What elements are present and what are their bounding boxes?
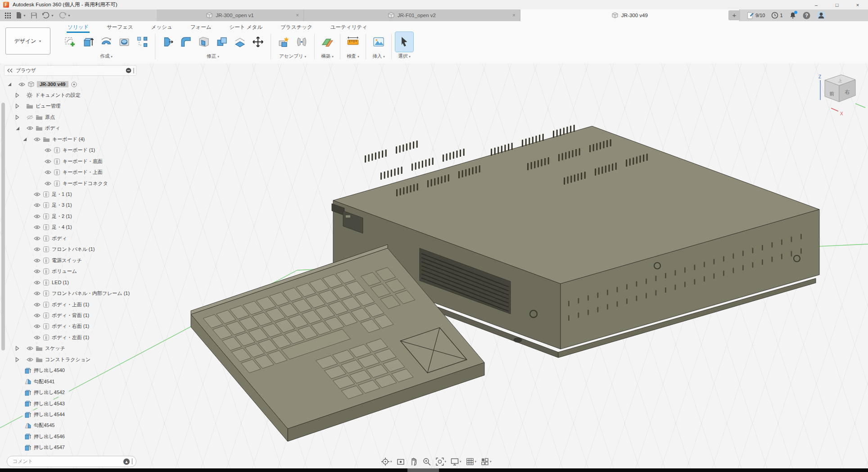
browser-row[interactable]: スケッチ xyxy=(0,344,69,354)
ribbon-tab[interactable]: ソリッド xyxy=(67,23,90,32)
visibility-eye-icon[interactable] xyxy=(27,126,33,131)
visibility-eye-icon[interactable] xyxy=(34,214,41,219)
feature-row[interactable]: 押し出し4546 xyxy=(0,431,69,441)
collapse-triangle-icon[interactable] xyxy=(23,137,28,141)
viewports-tool[interactable]: ▾ xyxy=(480,457,492,466)
expand-triangle-icon[interactable] xyxy=(15,104,21,109)
fillet-tool[interactable] xyxy=(177,32,195,52)
browser-row[interactable]: キーボード・底面 xyxy=(0,156,107,166)
collapse-panel-icon[interactable] xyxy=(7,68,13,73)
expand-triangle-icon[interactable] xyxy=(15,357,21,362)
browser-row[interactable]: キーボード (4) xyxy=(0,134,89,144)
ribbon-group-label[interactable]: 構築 ▾ xyxy=(318,52,336,61)
browser-row[interactable]: 原点 xyxy=(0,112,59,122)
collapse-triangle-icon[interactable] xyxy=(15,126,21,131)
hole-tool[interactable] xyxy=(115,32,133,52)
new-component-tool[interactable] xyxy=(275,32,293,52)
visibility-eye-icon[interactable] xyxy=(34,258,41,263)
browser-row[interactable]: ボディ xyxy=(0,123,64,133)
feature-row[interactable]: 勾配4545 xyxy=(0,421,59,431)
visibility-eye-off-icon[interactable] xyxy=(27,115,33,120)
visibility-eye-icon[interactable] xyxy=(27,346,33,351)
browser-row[interactable]: ボディ・上面 (1) xyxy=(0,300,93,309)
construction-plane-tool[interactable] xyxy=(318,32,336,52)
browser-row[interactable]: ボディ・右面 (1) xyxy=(0,322,93,331)
ribbon-tab[interactable]: ユーティリティ xyxy=(330,23,368,32)
browser-scrollbar[interactable] xyxy=(1,103,5,350)
feature-row[interactable]: 押し出し4542 xyxy=(0,388,69,398)
ribbon-group-label[interactable]: 修正 ▾ xyxy=(159,52,267,61)
expand-triangle-icon[interactable] xyxy=(15,93,21,98)
remove-icon[interactable] xyxy=(126,68,131,73)
ribbon-group-label[interactable]: 作成 ▾ xyxy=(61,52,151,61)
edit-quota[interactable]: 9/10 xyxy=(746,12,765,19)
file-menu-icon[interactable]: ▼ xyxy=(16,12,26,19)
ribbon-tab[interactable]: サーフェス xyxy=(106,23,134,32)
browser-row[interactable]: ボリューム xyxy=(0,267,81,277)
visibility-eye-icon[interactable] xyxy=(27,357,33,362)
app-grid-icon[interactable] xyxy=(5,12,11,19)
insert-tool[interactable] xyxy=(370,32,388,52)
document-tab[interactable]: JR-300 v49 × xyxy=(520,9,740,21)
notifications-bell[interactable] xyxy=(789,12,796,19)
visibility-eye-icon[interactable] xyxy=(45,148,51,153)
browser-panel-header[interactable]: ブラウザ xyxy=(5,66,136,75)
browser-row[interactable]: LED (1) xyxy=(0,277,73,287)
zoom-tool[interactable] xyxy=(422,457,431,466)
browser-row[interactable]: キーボードコネクタ xyxy=(0,178,112,188)
browser-row[interactable]: ボディ・背面 (1) xyxy=(0,310,93,320)
ribbon-group-label[interactable]: 挿入 ▾ xyxy=(370,52,388,61)
redo-icon[interactable]: ▼ xyxy=(59,12,71,18)
press-pull-tool[interactable] xyxy=(159,32,177,52)
combine-tool[interactable] xyxy=(213,32,231,52)
feature-row[interactable]: 押し出し4540 xyxy=(0,366,69,376)
visibility-eye-icon[interactable] xyxy=(34,269,41,274)
document-tab[interactable]: JR-300_open v1 × xyxy=(157,9,304,21)
feature-row[interactable]: 押し出し4543 xyxy=(0,399,69,408)
ribbon-tab[interactable]: プラスチック xyxy=(280,23,313,32)
ribbon-tab[interactable]: シート メタル xyxy=(229,23,264,32)
ribbon-tab[interactable]: メッシュ xyxy=(150,23,173,32)
visibility-eye-icon[interactable] xyxy=(34,225,41,230)
expand-triangle-icon[interactable] xyxy=(15,346,21,351)
visibility-eye-icon[interactable] xyxy=(34,313,41,318)
maximize-button[interactable]: □ xyxy=(827,0,847,9)
comment-bar[interactable]: コメント ▲ xyxy=(7,456,136,467)
close-tab-icon[interactable]: × xyxy=(296,12,299,18)
visibility-eye-icon[interactable] xyxy=(34,291,41,296)
job-status[interactable]: 1 xyxy=(771,12,782,19)
undo-icon[interactable]: ▼ xyxy=(42,12,54,18)
visibility-eye-icon[interactable] xyxy=(45,181,51,186)
avatar[interactable] xyxy=(817,11,826,20)
view-cube[interactable]: Z 上 前 右 X xyxy=(818,74,865,116)
close-tab-icon[interactable]: × xyxy=(512,12,515,18)
save-icon[interactable] xyxy=(31,12,37,19)
new-tab-button[interactable]: + xyxy=(728,10,740,20)
shell-tool[interactable] xyxy=(195,32,213,52)
grid-settings-tool[interactable]: ▾ xyxy=(466,457,477,466)
ribbon-tab[interactable]: フォーム xyxy=(190,23,212,32)
measure-tool[interactable] xyxy=(344,32,362,52)
fit-tool[interactable]: ▾ xyxy=(435,457,447,466)
browser-row[interactable]: フロントパネル・内部フレーム (1) xyxy=(0,289,134,299)
create-sketch-tool[interactable] xyxy=(61,32,79,52)
collapse-triangle-icon[interactable] xyxy=(7,82,13,86)
browser-row[interactable]: ボディ xyxy=(0,233,71,243)
browser-row[interactable]: 電源スイッチ xyxy=(0,255,86,265)
panel-grip[interactable] xyxy=(133,68,134,73)
expand-triangle-icon[interactable] xyxy=(15,115,21,120)
revolve-tool[interactable] xyxy=(97,32,115,52)
ribbon-group-label[interactable]: アセンブリ ▾ xyxy=(275,52,311,61)
browser-row[interactable]: ドキュメントの設定 xyxy=(0,90,85,100)
visibility-eye-icon[interactable] xyxy=(34,247,41,252)
browser-row[interactable]: コンストラクション xyxy=(0,354,95,364)
joint-tool[interactable] xyxy=(293,32,311,52)
feature-row[interactable]: 押し出し4544 xyxy=(0,410,69,420)
extrude-tool[interactable] xyxy=(79,32,97,52)
ribbon-group-label[interactable]: 検査 ▾ xyxy=(344,52,362,61)
move-tool[interactable] xyxy=(249,32,267,52)
browser-row[interactable]: 足・4 (1) xyxy=(0,222,76,232)
select-tool[interactable] xyxy=(395,32,413,52)
visibility-eye-icon[interactable] xyxy=(34,302,41,307)
browser-row[interactable]: JR-300 v49 xyxy=(0,79,81,89)
